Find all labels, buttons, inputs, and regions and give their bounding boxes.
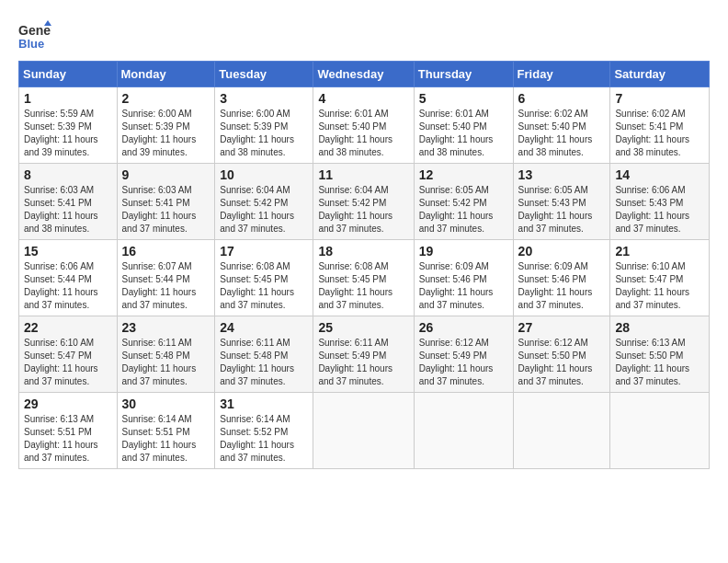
day-info: Sunrise: 6:14 AM Sunset: 5:52 PM Dayligh… [220,413,308,465]
calendar-cell: 19Sunrise: 6:09 AM Sunset: 5:46 PM Dayli… [414,240,513,316]
day-header-saturday: Saturday [610,62,710,87]
calendar-cell: 8Sunrise: 6:03 AM Sunset: 5:41 PM Daylig… [19,164,118,240]
day-info: Sunrise: 6:03 AM Sunset: 5:41 PM Dayligh… [122,184,210,236]
day-number: 12 [419,167,508,182]
calendar-table: SundayMondayTuesdayWednesdayThursdayFrid… [18,61,710,469]
day-number: 20 [518,244,606,259]
calendar-cell [610,393,710,469]
calendar-cell [414,393,513,469]
day-number: 22 [24,320,112,335]
day-header-tuesday: Tuesday [215,62,313,87]
day-info: Sunrise: 6:00 AM Sunset: 5:39 PM Dayligh… [122,108,210,159]
day-info: Sunrise: 6:06 AM Sunset: 5:44 PM Dayligh… [24,260,112,312]
day-info: Sunrise: 6:09 AM Sunset: 5:46 PM Dayligh… [518,260,606,312]
day-number: 28 [615,320,704,335]
calendar-cell: 18Sunrise: 6:08 AM Sunset: 5:45 PM Dayli… [313,240,414,316]
day-number: 2 [122,91,210,106]
calendar-cell: 7Sunrise: 6:02 AM Sunset: 5:41 PM Daylig… [610,87,710,164]
day-number: 30 [122,396,210,411]
day-info: Sunrise: 6:06 AM Sunset: 5:43 PM Dayligh… [615,184,704,236]
calendar-cell: 25Sunrise: 6:11 AM Sunset: 5:49 PM Dayli… [313,316,414,393]
day-info: Sunrise: 6:04 AM Sunset: 5:42 PM Dayligh… [318,184,408,236]
day-number: 1 [24,91,112,106]
day-info: Sunrise: 6:01 AM Sunset: 5:40 PM Dayligh… [419,108,508,159]
calendar-week-2: 8Sunrise: 6:03 AM Sunset: 5:41 PM Daylig… [19,164,710,240]
day-info: Sunrise: 6:11 AM Sunset: 5:48 PM Dayligh… [122,337,210,388]
calendar-cell: 4Sunrise: 6:01 AM Sunset: 5:40 PM Daylig… [313,87,414,164]
day-info: Sunrise: 6:08 AM Sunset: 5:45 PM Dayligh… [318,260,408,312]
calendar-cell: 17Sunrise: 6:08 AM Sunset: 5:45 PM Dayli… [215,240,313,316]
day-number: 13 [518,167,606,182]
calendar-week-3: 15Sunrise: 6:06 AM Sunset: 5:44 PM Dayli… [19,240,710,316]
calendar-cell: 3Sunrise: 6:00 AM Sunset: 5:39 PM Daylig… [215,87,313,164]
day-number: 8 [24,167,112,182]
logo: General Blue [18,18,55,52]
day-number: 7 [615,91,704,106]
calendar-cell: 29Sunrise: 6:13 AM Sunset: 5:51 PM Dayli… [19,393,118,469]
calendar-cell: 23Sunrise: 6:11 AM Sunset: 5:48 PM Dayli… [117,316,215,393]
day-number: 26 [419,320,508,335]
day-number: 15 [24,244,112,259]
calendar-cell: 13Sunrise: 6:05 AM Sunset: 5:43 PM Dayli… [513,164,610,240]
day-number: 29 [24,396,112,411]
calendar-cell: 15Sunrise: 6:06 AM Sunset: 5:44 PM Dayli… [19,240,118,316]
day-number: 25 [318,320,408,335]
page-header: General Blue [18,18,710,52]
day-number: 9 [122,167,210,182]
day-number: 19 [419,244,508,259]
calendar-cell: 31Sunrise: 6:14 AM Sunset: 5:52 PM Dayli… [215,393,313,469]
day-info: Sunrise: 6:14 AM Sunset: 5:51 PM Dayligh… [122,413,210,465]
day-number: 24 [220,320,308,335]
day-number: 31 [220,396,308,411]
day-info: Sunrise: 5:59 AM Sunset: 5:39 PM Dayligh… [24,108,112,159]
calendar-cell: 27Sunrise: 6:12 AM Sunset: 5:50 PM Dayli… [513,316,610,393]
day-info: Sunrise: 6:12 AM Sunset: 5:50 PM Dayligh… [518,337,606,388]
calendar-cell: 24Sunrise: 6:11 AM Sunset: 5:48 PM Dayli… [215,316,313,393]
day-info: Sunrise: 6:09 AM Sunset: 5:46 PM Dayligh… [419,260,508,312]
day-number: 18 [318,244,408,259]
day-info: Sunrise: 6:10 AM Sunset: 5:47 PM Dayligh… [615,260,704,312]
day-info: Sunrise: 6:03 AM Sunset: 5:41 PM Dayligh… [24,184,112,236]
day-number: 14 [615,167,704,182]
calendar-cell: 30Sunrise: 6:14 AM Sunset: 5:51 PM Dayli… [117,393,215,469]
day-number: 17 [220,244,308,259]
calendar-cell: 1Sunrise: 5:59 AM Sunset: 5:39 PM Daylig… [19,87,118,164]
day-info: Sunrise: 6:07 AM Sunset: 5:44 PM Dayligh… [122,260,210,312]
calendar-cell: 10Sunrise: 6:04 AM Sunset: 5:42 PM Dayli… [215,164,313,240]
day-header-wednesday: Wednesday [313,62,414,87]
day-number: 3 [220,91,308,106]
calendar-week-5: 29Sunrise: 6:13 AM Sunset: 5:51 PM Dayli… [19,393,710,469]
day-info: Sunrise: 6:11 AM Sunset: 5:48 PM Dayligh… [220,337,308,388]
day-number: 27 [518,320,606,335]
day-info: Sunrise: 6:04 AM Sunset: 5:42 PM Dayligh… [220,184,308,236]
calendar-cell: 11Sunrise: 6:04 AM Sunset: 5:42 PM Dayli… [313,164,414,240]
day-header-friday: Friday [513,62,610,87]
calendar-cell: 16Sunrise: 6:07 AM Sunset: 5:44 PM Dayli… [117,240,215,316]
day-info: Sunrise: 6:11 AM Sunset: 5:49 PM Dayligh… [318,337,408,388]
calendar-cell: 22Sunrise: 6:10 AM Sunset: 5:47 PM Dayli… [19,316,118,393]
day-info: Sunrise: 6:13 AM Sunset: 5:50 PM Dayligh… [615,337,704,388]
calendar-cell: 2Sunrise: 6:00 AM Sunset: 5:39 PM Daylig… [117,87,215,164]
calendar-cell: 14Sunrise: 6:06 AM Sunset: 5:43 PM Dayli… [610,164,710,240]
day-info: Sunrise: 6:10 AM Sunset: 5:47 PM Dayligh… [24,337,112,388]
calendar-cell: 26Sunrise: 6:12 AM Sunset: 5:49 PM Dayli… [414,316,513,393]
day-info: Sunrise: 6:05 AM Sunset: 5:43 PM Dayligh… [518,184,606,236]
day-header-monday: Monday [117,62,215,87]
svg-text:Blue: Blue [18,37,44,51]
day-info: Sunrise: 6:00 AM Sunset: 5:39 PM Dayligh… [220,108,308,159]
calendar-cell: 28Sunrise: 6:13 AM Sunset: 5:50 PM Dayli… [610,316,710,393]
logo-icon: General Blue [18,18,51,52]
day-header-thursday: Thursday [414,62,513,87]
day-number: 11 [318,167,408,182]
calendar-week-4: 22Sunrise: 6:10 AM Sunset: 5:47 PM Dayli… [19,316,710,393]
calendar-cell [313,393,414,469]
calendar-cell: 20Sunrise: 6:09 AM Sunset: 5:46 PM Dayli… [513,240,610,316]
calendar-cell: 21Sunrise: 6:10 AM Sunset: 5:47 PM Dayli… [610,240,710,316]
day-number: 5 [419,91,508,106]
calendar-cell: 12Sunrise: 6:05 AM Sunset: 5:42 PM Dayli… [414,164,513,240]
day-info: Sunrise: 6:02 AM Sunset: 5:41 PM Dayligh… [615,108,704,159]
calendar-week-1: 1Sunrise: 5:59 AM Sunset: 5:39 PM Daylig… [19,87,710,164]
calendar-header-row: SundayMondayTuesdayWednesdayThursdayFrid… [19,62,710,87]
day-info: Sunrise: 6:02 AM Sunset: 5:40 PM Dayligh… [518,108,606,159]
day-header-sunday: Sunday [19,62,118,87]
